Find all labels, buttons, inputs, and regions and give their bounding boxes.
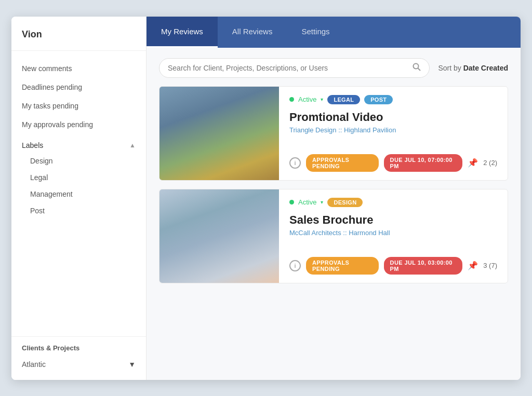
svg-point-0 [414,63,419,69]
svg-line-1 [418,68,421,71]
client-atlantic-label: Atlantic [22,360,46,368]
tab-settings[interactable]: Settings [287,17,344,48]
sort-by: Sort by Date Created [438,64,508,72]
sidebar: Vion New comments Deadlines pending My t… [11,17,147,380]
main-content: My Reviews All Reviews Settings [147,17,521,380]
card-title-1: Sales Brochure [289,213,497,227]
app-container: Vion New comments Deadlines pending My t… [11,17,521,380]
sidebar-item-deadlines-pending[interactable]: Deadlines pending [11,78,146,97]
review-card-1: Active ▾ DESIGN Sales Brochure McCall Ar… [159,189,508,283]
status-label-0[interactable]: Active [298,95,316,103]
card-image-0 [159,87,279,180]
tag-post-0[interactable]: POST [364,95,393,104]
card-subtitle-0: Triangle Design :: Highland Pavilion [289,126,497,134]
comment-count-1: 3 (7) [483,262,497,269]
card-top-0: Active ▾ LEGAL POST [289,95,497,104]
card-body-0: Active ▾ LEGAL POST Promtional Video Tri… [279,87,508,180]
search-bar: Sort by Date Created [147,48,521,86]
sidebar-clients: Clients & Projects Atlantic ▼ [11,336,146,380]
card-image-1 [159,189,279,283]
card-thumbnail-0 [159,87,279,180]
status-dot-1 [289,200,294,204]
due-badge-1: DUE JUL 10, 03:00:00 PM [384,257,463,275]
sidebar-label-design[interactable]: Design [11,153,146,169]
card-subtitle-1: McCall Architects :: Harmond Hall [289,229,497,237]
sidebar-item-new-comments[interactable]: New comments [11,59,146,78]
search-input-wrapper[interactable] [159,58,430,78]
sidebar-item-my-approvals[interactable]: My approvals pending [11,115,146,134]
info-icon-0[interactable]: i [289,157,301,169]
comment-count-0: 2 (2) [483,159,497,167]
sort-by-value: Date Created [463,64,508,72]
card-footer-0: i APPROVALS PENDING DUE JUL 10, 07:00:00… [289,154,497,172]
tab-my-reviews[interactable]: My Reviews [147,17,218,48]
due-badge-0: DUE JUL 10, 07:00:00 PM [384,154,463,172]
status-chevron-1: ▾ [321,199,323,205]
info-icon-1[interactable]: i [289,260,301,271]
card-title-0: Promtional Video [289,111,497,124]
tab-all-reviews[interactable]: All Reviews [218,17,287,48]
sidebar-label-management[interactable]: Management [11,186,146,202]
approvals-badge-1[interactable]: APPROVALS PENDING [306,257,379,275]
sidebar-nav: New comments Deadlines pending My tasks … [11,51,146,336]
tabs-bar: My Reviews All Reviews Settings [147,17,521,48]
sidebar-item-my-tasks[interactable]: My tasks pending [11,97,146,115]
cards-container: Active ▾ LEGAL POST Promtional Video Tri… [147,86,521,296]
client-atlantic-arrow: ▼ [128,360,136,368]
pin-icon-0[interactable]: 📌 [468,158,478,168]
status-chevron-0: ▾ [321,97,323,102]
sidebar-label-legal[interactable]: Legal [11,169,146,186]
tag-legal-0[interactable]: LEGAL [327,95,360,104]
status-label-1[interactable]: Active [298,198,316,206]
search-icon [413,63,421,73]
card-top-1: Active ▾ DESIGN [289,198,497,207]
sidebar-labels-section[interactable]: Labels ▲ [11,134,146,153]
approvals-badge-0[interactable]: APPROVALS PENDING [306,154,379,172]
labels-section-label: Labels [22,141,43,149]
review-card-0: Active ▾ LEGAL POST Promtional Video Tri… [159,86,508,181]
pin-icon-1[interactable]: 📌 [468,261,478,270]
sidebar-label-post[interactable]: Post [11,202,146,219]
card-thumbnail-1 [159,189,279,283]
labels-arrow-icon: ▲ [129,142,136,149]
card-footer-1: i APPROVALS PENDING DUE JUL 10, 03:00:00… [289,257,497,275]
clients-section-label: Clients & Projects [22,344,136,352]
status-dot-0 [289,97,294,102]
search-input[interactable] [168,64,407,72]
tag-design-1[interactable]: DESIGN [327,198,363,207]
sidebar-title: Vion [11,17,146,51]
card-body-1: Active ▾ DESIGN Sales Brochure McCall Ar… [279,189,508,283]
sidebar-client-atlantic[interactable]: Atlantic ▼ [22,356,136,373]
